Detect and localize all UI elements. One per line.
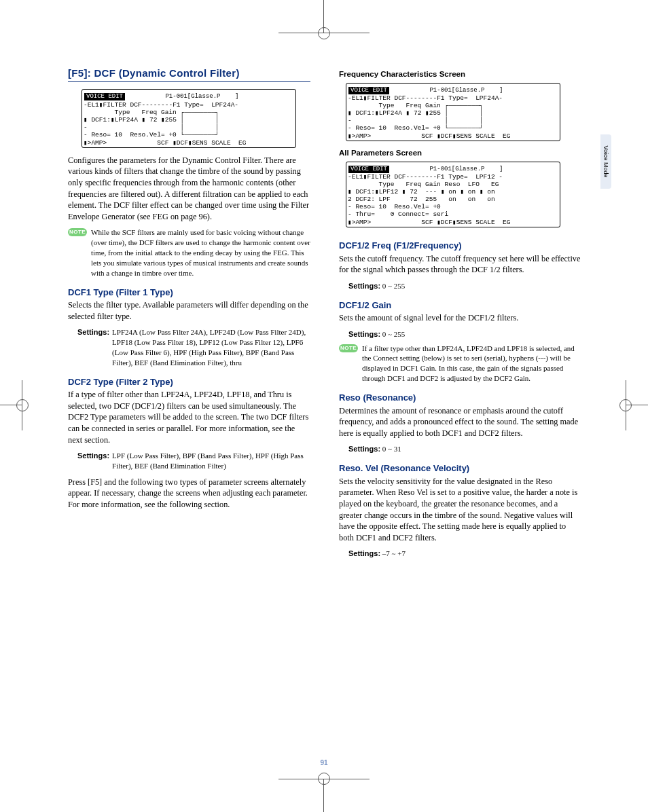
resovel-text: Sets the velocity sensitivity for the va… — [339, 476, 581, 544]
press-f5-text: Press [F5] and the following two types o… — [68, 477, 310, 511]
lcd-screen-freq: VOICE EDIT P1-001[Glasse.P ] -EL1▮FILTER… — [346, 83, 560, 142]
note-text: While the SCF filters are mainly used fo… — [91, 227, 310, 278]
dcf1-type-text: Selects the filter type. Available param… — [68, 299, 310, 322]
freq-settings: Settings: 0 ~ 255 — [348, 281, 581, 291]
freq-head: DCF1/2 Freq (F1/2Frequency) — [339, 240, 581, 252]
resovel-head: Reso. Vel (Resonance Velocity) — [339, 462, 581, 475]
lcd-body: -EL1▮FILTER DCF--------F1 Type= LPF24A- … — [84, 101, 294, 139]
gain-settings: Settings: 0 ~ 255 — [348, 329, 581, 339]
crop-mark — [318, 27, 330, 39]
note-icon: NOTE — [339, 344, 358, 352]
reso-text: Determines the amount of resonance or em… — [339, 405, 581, 439]
lcd-bottom: ▮>AMP> SCF ▮DCF▮SENS SCALE EG — [348, 219, 558, 226]
crop-mark — [16, 399, 29, 411]
side-tab-label: Voice Mode — [602, 145, 610, 177]
freq-characteristics-caption: Frequency Characteristics Screen — [339, 69, 581, 80]
crop-mark — [318, 773, 330, 785]
lcd-body: -EL1▮FILTER DCF--------F1 Type= LPF12 - … — [348, 173, 558, 218]
page-content: [F5]: DCF (Dynamic Control Filter) VOICE… — [68, 67, 584, 563]
side-tab-voice-mode: Voice Mode — [600, 134, 611, 189]
intro-text: Configures the parameters for the Dynami… — [68, 155, 310, 223]
note-gain: NOTE If a filter type other than LPF24A,… — [339, 344, 581, 384]
lcd-body: -EL1▮FILTER DCF--------F1 Type= LPF24A- … — [348, 94, 558, 132]
right-column: Frequency Characteristics Screen VOICE E… — [339, 67, 581, 563]
lcd-screen-all: VOICE EDIT P1-001[Glasse.P ] -EL1▮FILTER… — [346, 162, 560, 228]
crop-mark — [619, 399, 632, 411]
section-title: [F5]: DCF (Dynamic Control Filter) — [68, 67, 310, 82]
freq-text: Sets the cutoff frequency. The cutoff fr… — [339, 253, 581, 276]
dcf2-type-text: If a type of filter other than LPF24A, L… — [68, 389, 310, 445]
dcf2-type-head: DCF2 Type (Filter 2 Type) — [68, 376, 310, 388]
resovel-settings: Settings: –7 ~ +7 — [348, 549, 581, 559]
left-column: [F5]: DCF (Dynamic Control Filter) VOICE… — [68, 67, 310, 563]
gain-head: DCF1/2 Gain — [339, 299, 581, 312]
lcd-bottom: ▮>AMP> SCF ▮DCF▮SENS SCALE EG — [84, 139, 294, 147]
dcf2-type-settings: Settings: LPF (Low Pass Filter), BPF (Ba… — [77, 451, 310, 471]
reso-head: Reso (Resonance) — [339, 392, 581, 404]
lcd-screen-main: VOICE EDIT P1-001[Glasse.P ] -EL1▮FILTER… — [82, 89, 296, 148]
lcd-bottom: ▮>AMP> SCF ▮DCF▮SENS SCALE EG — [348, 132, 558, 140]
lcd-tab: VOICE EDIT — [84, 93, 125, 100]
dcf1-type-head: DCF1 Type (Filter 1 Type) — [68, 287, 310, 299]
note-text: If a filter type other than LPF24A, LPF2… — [362, 344, 581, 384]
reso-settings: Settings: 0 ~ 31 — [348, 444, 581, 454]
note-icon: NOTE — [68, 228, 87, 236]
gain-text: Sets the amount of signal level for the … — [339, 312, 581, 324]
dcf1-type-settings: Settings: LPF24A (Low Pass Filter 24A), … — [77, 327, 310, 367]
lcd-tab: VOICE EDIT — [348, 87, 389, 94]
lcd-tab: VOICE EDIT — [348, 166, 389, 173]
page-number: 91 — [0, 758, 648, 768]
all-parameters-caption: All Parameters Screen — [339, 148, 581, 159]
note-scf-dcf: NOTE While the SCF filters are mainly us… — [68, 227, 310, 278]
